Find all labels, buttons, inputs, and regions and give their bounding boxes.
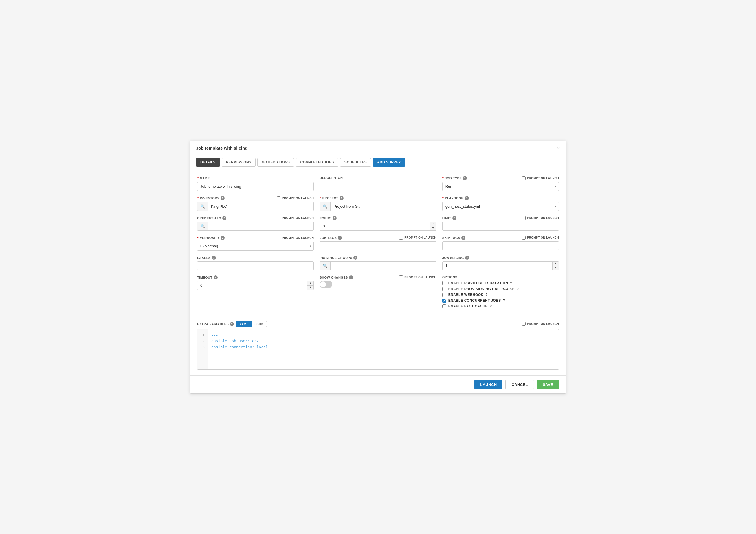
instance-groups-help-icon[interactable]: ? [353, 256, 358, 260]
timeout-spin-down[interactable]: ▼ [308, 286, 313, 290]
tab-notifications[interactable]: NOTIFICATIONS [257, 158, 294, 166]
forks-spin-down[interactable]: ▼ [430, 226, 436, 230]
extra-variables-section: EXTRA VARIABLES ? YAML JSON PROMPT ON LA… [190, 321, 566, 375]
extra-variables-help-icon[interactable]: ? [230, 322, 234, 326]
project-search-input: 🔍 [319, 202, 436, 211]
verbosity-select-wrap: 0 (Normal) 1 (Verbose) 2 (More Verbose) … [197, 242, 314, 250]
skip-tags-prompt-checkbox[interactable] [522, 236, 526, 240]
launch-button[interactable]: LAUNCH [474, 380, 502, 389]
show-changes-prompt-checkbox[interactable] [399, 275, 403, 279]
row-5: LABELS ? INSTANCE GROUPS ? 🔍 JOB SLICING [197, 256, 559, 270]
timeout-input[interactable] [197, 281, 307, 290]
option-privilege-escalation-checkbox[interactable] [442, 281, 446, 285]
skip-tags-input[interactable] [442, 241, 559, 250]
instance-groups-search-icon[interactable]: 🔍 [320, 262, 331, 270]
tab-permissions[interactable]: PERMISSIONS [222, 158, 256, 166]
description-input[interactable] [319, 181, 436, 190]
playbook-select[interactable]: gen_host_status.yml [442, 202, 559, 211]
extra-variables-prompt-checkbox[interactable] [522, 322, 526, 326]
instance-groups-input[interactable] [331, 262, 436, 270]
limit-prompt-on-launch: PROMPT ON LAUNCH [522, 216, 559, 220]
labels-help-icon[interactable]: ? [212, 256, 216, 260]
cancel-button[interactable]: CANCEL [505, 380, 534, 389]
inventory-help-icon[interactable]: ? [221, 196, 225, 200]
job-slicing-spin-up[interactable]: ▲ [553, 262, 559, 266]
option-concurrent-jobs-help-icon[interactable]: ? [503, 298, 505, 303]
job-type-required-star: * [442, 176, 444, 181]
close-button[interactable]: × [557, 145, 560, 151]
job-type-field-col: * JOB TYPE ? PROMPT ON LAUNCH Run Check … [442, 176, 559, 191]
project-input[interactable] [331, 202, 436, 211]
modal-footer: LAUNCH CANCEL SAVE [190, 375, 566, 394]
forks-spin-up[interactable]: ▲ [430, 222, 436, 226]
timeout-field-col: TIMEOUT ? ▲ ▼ [197, 275, 314, 290]
option-fact-cache-help-icon[interactable]: ? [490, 304, 492, 308]
name-input[interactable] [197, 182, 314, 191]
extra-variables-editor[interactable]: 1 2 3 --- ansible_ssh_user: ec2 ansible_… [197, 329, 559, 370]
job-slicing-input[interactable] [443, 262, 552, 270]
playbook-required-star: * [442, 196, 444, 200]
job-tags-help-icon[interactable]: ? [338, 236, 342, 240]
show-changes-label: SHOW CHANGES ? PROMPT ON LAUNCH [319, 275, 436, 279]
option-provisioning-callbacks-help-icon[interactable]: ? [517, 287, 519, 291]
tab-add-survey[interactable]: ADD SURVEY [373, 158, 405, 166]
row-1: * NAME DESCRIPTION * JOB TYPE ? [197, 176, 559, 191]
credentials-search-icon[interactable]: 🔍 [197, 222, 208, 230]
job-type-select[interactable]: Run Check Scan [442, 182, 559, 191]
inventory-input[interactable] [208, 202, 313, 211]
labels-input[interactable] [197, 261, 314, 270]
forks-input[interactable] [320, 222, 429, 230]
code-content: --- ansible_ssh_user: ec2 ansible_connec… [208, 329, 559, 369]
options-field-col: OPTIONS ENABLE PRIVILEGE ESCALATION ? EN… [442, 275, 559, 310]
project-search-icon[interactable]: 🔍 [320, 202, 331, 211]
credentials-help-icon[interactable]: ? [222, 216, 226, 220]
modal-title: Job template with slicing [196, 145, 248, 150]
limit-help-icon[interactable]: ? [452, 216, 456, 220]
extra-variables-yaml-button[interactable]: YAML [236, 321, 251, 327]
credentials-prompt-checkbox[interactable] [277, 216, 281, 220]
show-changes-help-icon[interactable]: ? [349, 275, 353, 279]
job-type-prompt-on-launch: PROMPT ON LAUNCH [522, 176, 559, 180]
option-provisioning-callbacks-checkbox[interactable] [442, 287, 446, 291]
option-concurrent-jobs-checkbox[interactable] [442, 298, 446, 303]
job-slicing-spin-down[interactable]: ▼ [553, 266, 559, 270]
credentials-input[interactable] [208, 222, 313, 230]
playbook-help-icon[interactable]: ? [465, 196, 469, 200]
skip-tags-help-icon[interactable]: ? [461, 236, 465, 240]
job-tags-input[interactable] [319, 241, 436, 250]
skip-tags-label: SKIP TAGS ? PROMPT ON LAUNCH [442, 236, 559, 240]
limit-prompt-checkbox[interactable] [522, 216, 526, 220]
job-type-help-icon[interactable]: ? [463, 176, 467, 180]
tab-schedules[interactable]: SCHEDULES [340, 158, 371, 166]
name-field-col: * NAME [197, 176, 314, 191]
modal-header: Job template with slicing × [190, 141, 566, 154]
forks-help-icon[interactable]: ? [333, 216, 337, 220]
inventory-required-star: * [197, 196, 199, 200]
job-tags-prompt-checkbox[interactable] [399, 236, 403, 240]
timeout-help-icon[interactable]: ? [214, 275, 218, 279]
limit-input[interactable] [442, 221, 559, 231]
project-label: * PROJECT ? [319, 196, 436, 200]
save-button[interactable]: SAVE [537, 380, 559, 389]
extra-variables-json-button[interactable]: JSON [252, 321, 267, 327]
option-fact-cache-checkbox[interactable] [442, 304, 446, 308]
inventory-prompt-checkbox[interactable] [277, 196, 281, 200]
job-slicing-help-icon[interactable]: ? [465, 256, 469, 260]
inventory-search-icon[interactable]: 🔍 [197, 202, 208, 211]
description-label: DESCRIPTION [319, 176, 436, 180]
show-changes-toggle[interactable] [319, 281, 332, 288]
verbosity-prompt-checkbox[interactable] [277, 236, 281, 240]
project-help-icon[interactable]: ? [339, 196, 343, 200]
tab-completed-jobs[interactable]: COMPLETED JOBS [296, 158, 338, 166]
option-privilege-escalation-help-icon[interactable]: ? [510, 281, 513, 285]
code-line-1: --- [211, 333, 218, 337]
project-required-star: * [319, 196, 321, 200]
option-webhook-help-icon[interactable]: ? [485, 293, 488, 297]
verbosity-help-icon[interactable]: ? [221, 236, 225, 240]
job-type-prompt-checkbox[interactable] [522, 176, 526, 180]
verbosity-select[interactable]: 0 (Normal) 1 (Verbose) 2 (More Verbose) … [197, 242, 314, 250]
job-tags-label: JOB TAGS ? PROMPT ON LAUNCH [319, 236, 436, 240]
timeout-spin-up[interactable]: ▲ [308, 281, 313, 286]
option-webhook-checkbox[interactable] [442, 293, 446, 297]
tab-details[interactable]: DETAILS [196, 158, 220, 166]
